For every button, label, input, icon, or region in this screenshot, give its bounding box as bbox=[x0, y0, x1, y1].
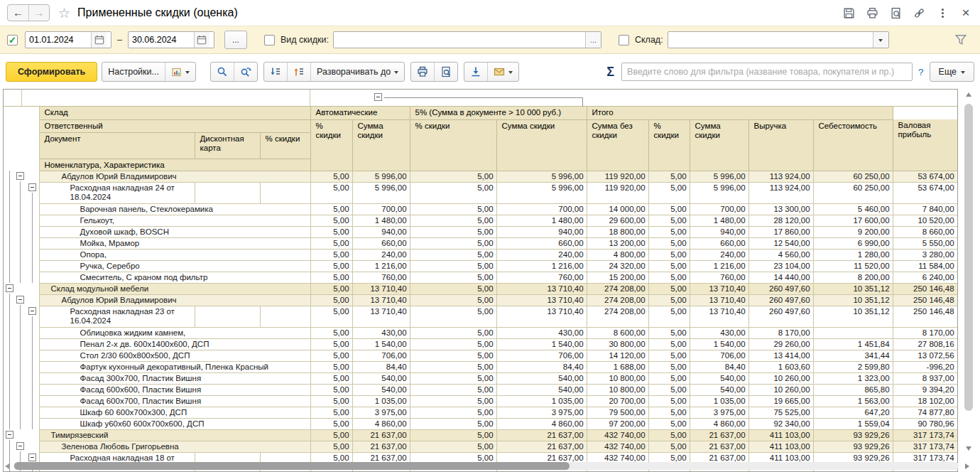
value-cell[interactable]: 9 394,20 bbox=[893, 384, 957, 395]
value-cell[interactable]: 5,00 bbox=[648, 226, 690, 237]
scroll-right-arrow[interactable] bbox=[965, 463, 969, 469]
value-cell[interactable]: 5,00 bbox=[410, 237, 496, 249]
value-cell[interactable]: 700,00 bbox=[690, 203, 748, 215]
value-cell[interactable]: 5,00 bbox=[410, 272, 496, 283]
collapse-row-expander[interactable] bbox=[28, 454, 36, 461]
value-cell[interactable]: 19 665,00 bbox=[748, 395, 813, 407]
close-button[interactable]: × bbox=[959, 6, 973, 20]
value-cell[interactable]: 5,00 bbox=[410, 429, 496, 441]
row-title-cell[interactable]: Склад модульной мебели bbox=[39, 283, 310, 294]
discount-card-cell[interactable] bbox=[195, 182, 260, 203]
value-cell[interactable]: 260 497,60 bbox=[748, 306, 813, 327]
value-cell[interactable]: 119 920,00 bbox=[587, 182, 648, 203]
value-cell[interactable]: 13 710,40 bbox=[496, 294, 587, 306]
value-cell[interactable]: 5,00 bbox=[648, 338, 690, 350]
value-cell[interactable]: 21 637,00 bbox=[352, 441, 410, 452]
value-cell[interactable]: 5,00 bbox=[410, 441, 496, 452]
value-cell[interactable]: 940,00 bbox=[496, 226, 587, 237]
row-title-cell[interactable]: Шкаф 60 600х700х300, ДСП bbox=[39, 407, 310, 418]
value-cell[interactable]: 5,00 bbox=[310, 361, 352, 372]
value-cell[interactable]: 5,00 bbox=[648, 272, 690, 283]
value-cell[interactable]: 5,00 bbox=[410, 407, 496, 418]
value-cell[interactable]: 13 710,40 bbox=[352, 294, 410, 306]
value-cell[interactable]: 21 637,00 bbox=[496, 441, 587, 452]
more-menu-button[interactable] bbox=[935, 6, 949, 20]
value-cell[interactable]: 5,00 bbox=[410, 361, 496, 372]
row-title-cell[interactable]: Фартук кухонный декоративный, Пленка Кра… bbox=[39, 361, 310, 372]
search-button[interactable] bbox=[211, 63, 234, 81]
expand-to-button[interactable]: Разворачивать до bbox=[310, 63, 404, 81]
value-cell[interactable]: 260 497,60 bbox=[748, 294, 813, 306]
value-cell[interactable]: 5,00 bbox=[648, 294, 690, 306]
value-cell[interactable]: 4 560,00 bbox=[748, 249, 813, 260]
value-cell[interactable]: 274 208,00 bbox=[587, 306, 648, 327]
row-title-cell[interactable]: Шкаф у60х60 600х700х600, ДСП bbox=[39, 418, 310, 429]
value-cell[interactable]: 13 710,40 bbox=[690, 294, 748, 306]
save-to-file-button[interactable] bbox=[464, 63, 487, 81]
value-cell[interactable]: 4 860,00 bbox=[496, 418, 587, 429]
value-cell[interactable]: 760,00 bbox=[496, 272, 587, 283]
value-cell[interactable]: 97 200,00 bbox=[587, 418, 648, 429]
value-cell[interactable]: 317 173,74 bbox=[893, 429, 957, 441]
row-title-cell[interactable]: Тимирязевский bbox=[39, 429, 310, 441]
value-cell[interactable]: 5,00 bbox=[410, 249, 496, 260]
value-cell[interactable]: 13 710,40 bbox=[690, 306, 748, 327]
value-cell[interactable]: 700,00 bbox=[352, 203, 410, 215]
more-actions-button[interactable]: Еще bbox=[930, 62, 974, 82]
value-cell[interactable]: 5,00 bbox=[410, 203, 496, 215]
value-cell[interactable]: 940,00 bbox=[690, 226, 748, 237]
period-from-input[interactable] bbox=[26, 32, 91, 48]
scroll-up-arrow[interactable] bbox=[966, 92, 971, 97]
value-cell[interactable]: 5,00 bbox=[310, 226, 352, 237]
value-cell[interactable]: 250 146,48 bbox=[893, 306, 957, 327]
value-cell[interactable]: 1 035,00 bbox=[352, 395, 410, 407]
value-cell[interactable]: 5,00 bbox=[310, 215, 352, 226]
collapse-row-expander[interactable] bbox=[6, 284, 13, 292]
value-cell[interactable]: 540,00 bbox=[352, 384, 410, 395]
value-cell[interactable]: 5,00 bbox=[310, 429, 352, 441]
value-cell[interactable]: 760,00 bbox=[690, 272, 748, 283]
row-title-cell[interactable]: Гелькоут, bbox=[39, 215, 310, 226]
value-cell[interactable]: 5,00 bbox=[410, 384, 496, 395]
row-title-cell[interactable]: Духовой шкаф, BOSCH bbox=[39, 226, 310, 237]
value-cell[interactable]: 84,40 bbox=[496, 361, 587, 372]
value-cell[interactable]: 5,00 bbox=[310, 327, 352, 338]
value-cell[interactable]: 5,00 bbox=[648, 429, 690, 441]
value-cell[interactable]: 1 451,84 bbox=[813, 338, 893, 350]
discount-pct-cell[interactable] bbox=[260, 306, 310, 327]
value-cell[interactable]: 411 103,00 bbox=[748, 429, 813, 441]
value-cell[interactable]: 1 563,00 bbox=[813, 395, 893, 407]
value-cell[interactable]: 53 674,00 bbox=[893, 171, 957, 182]
value-cell[interactable]: 5,00 bbox=[310, 237, 352, 249]
value-cell[interactable]: 7 840,00 bbox=[893, 203, 957, 215]
column-group-expander[interactable] bbox=[374, 93, 382, 101]
collapse-row-expander[interactable] bbox=[16, 172, 24, 180]
collapse-row-expander[interactable] bbox=[16, 442, 24, 450]
collapse-row-expander[interactable] bbox=[6, 431, 13, 439]
value-cell[interactable]: 8 937,00 bbox=[893, 372, 957, 384]
value-cell[interactable]: 10 351,12 bbox=[813, 306, 893, 327]
value-cell[interactable]: 6 990,00 bbox=[813, 237, 893, 249]
value-cell[interactable]: 5,00 bbox=[310, 203, 352, 215]
row-title-cell[interactable]: Фасад 300х700, Пластик Вишня bbox=[39, 372, 310, 384]
value-cell[interactable]: 5,00 bbox=[310, 338, 352, 350]
value-cell[interactable]: 1 280,00 bbox=[813, 249, 893, 260]
value-cell[interactable]: 5,00 bbox=[310, 260, 352, 272]
row-title-cell[interactable]: Фасад 600х600, Пластик Вишня bbox=[39, 384, 310, 395]
value-cell[interactable]: 5,00 bbox=[648, 327, 690, 338]
vertical-scrollbar-thumb[interactable] bbox=[964, 104, 973, 411]
value-cell[interactable]: 5,00 bbox=[410, 395, 496, 407]
value-cell[interactable]: 92 340,00 bbox=[748, 418, 813, 429]
value-cell[interactable]: 5,00 bbox=[648, 237, 690, 249]
value-cell[interactable]: 8 200,00 bbox=[813, 272, 893, 283]
value-cell[interactable]: 10 800,00 bbox=[587, 372, 648, 384]
value-cell[interactable]: 10 260,00 bbox=[748, 384, 813, 395]
send-email-button[interactable] bbox=[487, 63, 518, 81]
value-cell[interactable]: 1 035,00 bbox=[690, 395, 748, 407]
row-title-cell[interactable]: Мойка, Мрамор bbox=[39, 237, 310, 249]
value-cell[interactable]: 1 540,00 bbox=[352, 338, 410, 350]
value-cell[interactable]: 274 208,00 bbox=[587, 283, 648, 294]
value-cell[interactable]: 540,00 bbox=[352, 372, 410, 384]
value-cell[interactable]: 1 216,00 bbox=[352, 260, 410, 272]
value-cell[interactable]: 250 146,48 bbox=[893, 283, 957, 294]
